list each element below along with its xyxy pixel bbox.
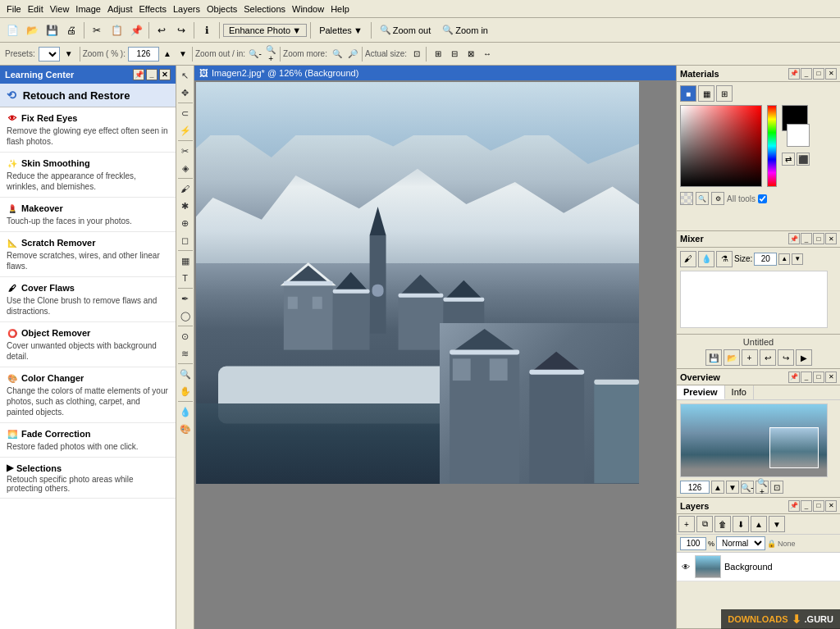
makeover-item[interactable]: 💄 Makeover Touch-up the faces in your ph… [0,198,176,232]
zoom-tool-btn[interactable]: 🔍 [177,366,194,382]
layers-min-btn[interactable]: _ [801,500,812,512]
overview-min-btn[interactable]: _ [801,371,812,383]
menu-view[interactable]: View [47,3,73,15]
cut-button[interactable]: ✂ [88,21,106,39]
all-tools-checkbox[interactable] [758,194,767,203]
untitled-add-btn[interactable]: + [742,349,758,366]
minimize-panel-btn[interactable]: _ [146,69,158,80]
pen-tool-btn[interactable]: ✒ [177,290,194,307]
mixer-size-input[interactable] [754,253,777,266]
undo-button[interactable]: ↩ [153,21,171,39]
fit-window-btn[interactable]: ⊞ [431,47,445,62]
photo-canvas[interactable] [196,82,639,484]
mat-tab-3[interactable]: ⊞ [716,85,733,102]
color-gradient-picker[interactable] [680,105,762,187]
smudge-tool-btn[interactable]: ≋ [177,345,194,362]
text-tool-btn[interactable]: T [177,270,194,286]
color-replacer-btn[interactable]: 🎨 [177,421,194,437]
layers-pin-btn[interactable]: 📌 [788,500,800,512]
straighten-btn[interactable]: ◈ [177,160,194,176]
overview-zoom-input[interactable] [680,481,710,494]
layers-blend-select[interactable]: Normal Multiply Screen [716,536,765,550]
untitled-nav-btn[interactable]: ▶ [796,349,812,366]
new-window-btn[interactable]: ⊠ [463,47,478,62]
overview-zoom-minus[interactable]: 🔍- [741,481,754,494]
background-swatch[interactable] [787,124,810,147]
layers-close-btn[interactable]: ✕ [825,500,837,512]
menu-adjust[interactable]: Adjust [104,3,136,15]
skin-smoothing-item[interactable]: ✨ Skin Smoothing Reduce the appearance o… [0,153,176,198]
layers-delete-btn[interactable]: 🗑 [714,516,731,532]
overview-pin-btn[interactable]: 📌 [788,371,800,383]
overview-zoom-plus[interactable]: 🔍+ [756,481,769,494]
eyedropper-btn[interactable]: 🔍 [696,192,709,205]
menu-window[interactable]: Window [289,3,327,15]
untitled-save-btn[interactable]: 💾 [705,349,722,366]
fill-tool-btn[interactable]: ▦ [177,253,194,269]
layer-visibility-icon[interactable]: 👁 [680,561,692,572]
paste-button[interactable]: 📌 [127,21,145,39]
mixer-min-btn[interactable]: _ [801,233,812,244]
shape-tool-btn[interactable]: ◯ [177,308,194,324]
hue-slider[interactable] [767,105,777,187]
color-changer-item[interactable]: 🎨 Color Changer Change the colors of mat… [0,367,176,423]
mat-tab-1[interactable]: ■ [680,85,696,102]
overview-thumbnail[interactable] [680,403,828,477]
canvas-content[interactable] [194,80,676,626]
fade-correction-item[interactable]: 🌅 Fade Correction Restore faded photos w… [0,423,176,458]
color-options-btn[interactable]: ⚙ [711,192,724,205]
menu-layers[interactable]: Layers [170,3,203,15]
mixer-paint-btn[interactable]: 🖌 [680,251,696,267]
info-button[interactable]: ℹ [198,21,216,39]
layers-opacity-input[interactable] [680,537,706,550]
layers-max-btn[interactable]: □ [813,500,824,512]
mixer-canvas[interactable] [680,271,828,328]
magic-wand-btn[interactable]: ⚡ [177,122,194,139]
mixer-size-down[interactable]: ▼ [792,253,803,265]
mixer-pin-btn[interactable]: 📌 [788,233,800,244]
menu-objects[interactable]: Objects [203,3,240,15]
materials-max-btn[interactable]: □ [813,68,824,80]
overview-info-tab[interactable]: Info [725,385,754,399]
materials-pin-btn[interactable]: 📌 [788,68,800,80]
zoom-in-btn2[interactable]: 🔍+ [263,47,278,62]
default-colors-btn[interactable]: ⬛ [797,153,810,166]
untitled-open-btn[interactable]: 📂 [724,349,740,366]
selections-item[interactable]: ▶ Selections Retouch specific photo area… [0,458,176,499]
zoom-down-btn[interactable]: ▼ [176,47,190,62]
layers-down-btn[interactable]: ▼ [769,516,785,532]
layers-merge-btn[interactable]: ⬇ [733,516,749,532]
layers-up-btn[interactable]: ▲ [751,516,767,532]
print-button[interactable]: 🖨 [62,21,80,39]
actual-size-btn[interactable]: ⊡ [409,47,424,62]
open-button[interactable]: 📂 [23,21,41,39]
select-tool-btn[interactable]: ↖ [177,67,194,84]
overview-preview-tab[interactable]: Preview [677,385,725,399]
zoom-up-btn[interactable]: ▲ [160,47,175,62]
fill-window-btn[interactable]: ⊟ [447,47,462,62]
cover-flaws-item[interactable]: 🖌 Cover Flaws Use the Clone brush to rem… [0,277,176,322]
lasso-tool-btn[interactable]: ⊂ [177,105,194,121]
dodge-tool-btn[interactable]: ⊙ [177,328,194,344]
mat-tab-2[interactable]: ▦ [698,85,714,102]
materials-min-btn[interactable]: _ [801,68,812,80]
overview-fit-btn[interactable]: ⊡ [770,481,783,494]
mixer-wet-btn[interactable]: 💧 [698,251,714,267]
zoom-in-button[interactable]: 🔍 Zoom in [437,24,493,36]
background-layer-item[interactable]: 👁 Background [677,553,840,581]
layers-copy-btn[interactable]: ⧉ [696,516,713,532]
redo-button[interactable]: ↪ [172,21,190,39]
new-button[interactable]: 📄 [3,21,21,39]
untitled-undo-btn[interactable]: ↩ [760,349,776,366]
extra-btn1[interactable]: ↔ [480,47,495,62]
palettes-button[interactable]: Palettes ▼ [314,25,368,36]
menu-help[interactable]: Help [327,3,353,15]
zoom-more-btn[interactable]: 🔍 [330,47,345,62]
zoom-less-btn[interactable]: 🔎 [345,47,360,62]
copy-button[interactable]: 📋 [107,21,126,39]
crop-tool-btn[interactable]: ✂ [177,143,194,159]
mixer-mix-btn[interactable]: ⚗ [716,251,733,267]
presets-down-btn[interactable]: ▼ [62,47,76,62]
overview-zoom-up[interactable]: ▲ [711,481,724,494]
color-dropper-btn[interactable]: 💧 [177,403,194,420]
